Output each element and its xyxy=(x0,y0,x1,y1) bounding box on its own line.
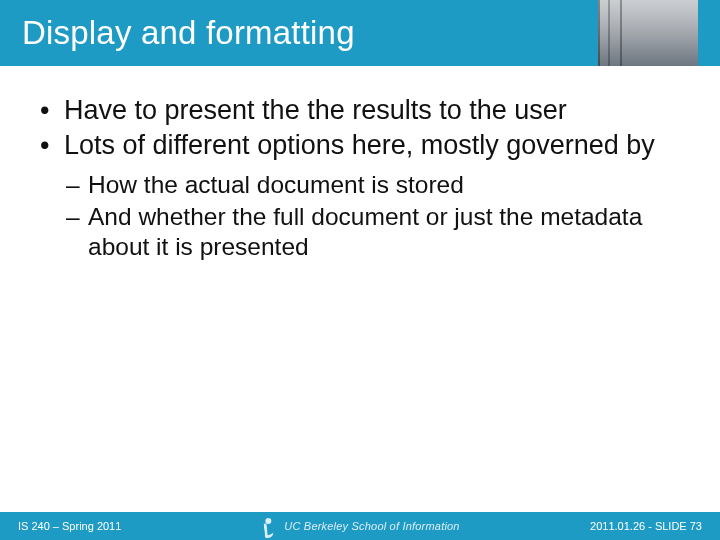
slide-title: Display and formatting xyxy=(0,14,355,52)
list-item: How the actual document is stored xyxy=(66,170,684,200)
slide-header: Display and formatting xyxy=(0,0,720,66)
footer-center: UC Berkeley School of Information xyxy=(260,516,459,536)
berkeley-ischool-logo-icon xyxy=(260,516,276,536)
list-item: Have to present the the results to the u… xyxy=(36,94,684,127)
bullet-text: Have to present the the results to the u… xyxy=(64,95,567,125)
sub-bullet-text: How the actual document is stored xyxy=(88,171,464,198)
bullet-text: Lots of different options here, mostly g… xyxy=(64,130,655,160)
list-item: Lots of different options here, mostly g… xyxy=(36,129,684,162)
sub-bullet-list: How the actual document is stored And wh… xyxy=(36,170,684,262)
sub-bullet-text: And whether the full document or just th… xyxy=(88,203,642,260)
footer-center-text: UC Berkeley School of Information xyxy=(284,520,459,532)
slide-footer: IS 240 – Spring 2011 UC Berkeley School … xyxy=(0,512,720,540)
slide-content: Have to present the the results to the u… xyxy=(0,66,720,262)
list-item: And whether the full document or just th… xyxy=(66,202,684,262)
main-bullet-list: Have to present the the results to the u… xyxy=(36,94,684,162)
header-decorative-image xyxy=(598,0,698,66)
footer-right: 2011.01.26 - SLIDE 73 xyxy=(590,520,702,532)
footer-left: IS 240 – Spring 2011 xyxy=(18,520,121,532)
